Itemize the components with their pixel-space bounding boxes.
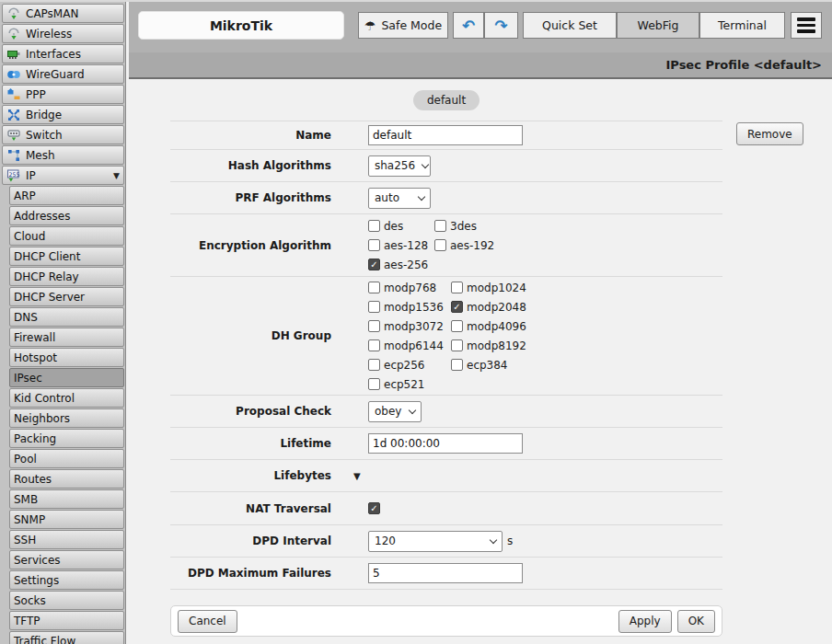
dh-group-option-modp8192[interactable]: modp8192 bbox=[451, 338, 526, 353]
checkbox[interactable] bbox=[434, 220, 446, 232]
sidebar-item-smb[interactable]: SMB bbox=[9, 489, 124, 509]
checkbox[interactable] bbox=[368, 359, 380, 371]
dh-group-option-modp1536[interactable]: modp1536 bbox=[368, 299, 451, 315]
hash-algorithms-select[interactable]: sha256 bbox=[368, 155, 431, 177]
prf-algorithms-select[interactable]: auto bbox=[368, 188, 431, 209]
menu-button[interactable] bbox=[791, 12, 822, 39]
checkbox[interactable] bbox=[368, 339, 380, 351]
sidebar-item-pool[interactable]: Pool bbox=[9, 449, 124, 468]
cancel-button[interactable]: Cancel bbox=[178, 610, 237, 633]
checkbox[interactable] bbox=[434, 239, 446, 251]
checkbox-label: modp4096 bbox=[467, 320, 526, 333]
sidebar-item-label: Services bbox=[14, 554, 61, 567]
checkbox[interactable] bbox=[368, 282, 380, 293]
sidebar-item-switch[interactable]: Switch bbox=[2, 125, 124, 144]
checkbox-label: modp1536 bbox=[384, 301, 444, 314]
sidebar-item-addresses[interactable]: Addresses bbox=[9, 206, 124, 225]
redo-button[interactable]: ↷ bbox=[484, 12, 518, 39]
dpd-interval-unit: s bbox=[507, 535, 513, 547]
chevron-down-icon bbox=[418, 192, 425, 200]
webfig-button[interactable]: WebFig bbox=[617, 12, 699, 39]
sidebar-item-hotspot[interactable]: Hotspot bbox=[9, 348, 124, 367]
sidebar-item-label: DHCP Server bbox=[14, 291, 85, 304]
ok-button[interactable]: OK bbox=[677, 610, 715, 633]
checkbox-label: modp6144 bbox=[384, 339, 444, 352]
sidebar-item-neighbors[interactable]: Neighbors bbox=[9, 408, 124, 428]
encryption-option-aes-192[interactable]: aes-192 bbox=[434, 237, 494, 253]
encryption-option-des[interactable]: des bbox=[368, 218, 434, 234]
lifebytes-label: Lifebytes bbox=[170, 469, 331, 482]
lifetime-input[interactable] bbox=[368, 433, 523, 454]
sidebar-item-wireguard[interactable]: WireGuard bbox=[2, 64, 124, 84]
sidebar-item-ip[interactable]: 255IP▼ bbox=[2, 166, 124, 185]
sidebar-item-settings[interactable]: Settings bbox=[9, 570, 124, 590]
sidebar-item-services[interactable]: Services bbox=[9, 550, 124, 569]
sidebar-item-tftp[interactable]: TFTP bbox=[9, 611, 124, 630]
sidebar-item-ppp[interactable]: PPP bbox=[2, 85, 124, 104]
checkbox[interactable] bbox=[451, 301, 463, 313]
name-input[interactable] bbox=[368, 125, 523, 145]
dh-group-option-modp1024[interactable]: modp1024 bbox=[451, 280, 526, 295]
sidebar-item-packing[interactable]: Packing bbox=[9, 429, 124, 448]
checkbox[interactable] bbox=[368, 239, 380, 251]
sidebar-item-mesh[interactable]: Mesh bbox=[2, 145, 124, 165]
sidebar-item-dns[interactable]: DNS bbox=[9, 307, 124, 327]
sidebar-item-capsman[interactable]: CAPsMAN bbox=[2, 4, 124, 23]
quick-set-button[interactable]: Quick Set bbox=[523, 12, 617, 39]
sidebar-item-wireless[interactable]: Wireless bbox=[2, 24, 124, 43]
sidebar-item-label: IP bbox=[26, 169, 36, 182]
mikrotik-brand-button[interactable]: MikroTik bbox=[138, 11, 344, 40]
sidebar-item-label: Switch bbox=[26, 129, 63, 142]
encryption-option-aes-128[interactable]: aes-128 bbox=[368, 237, 434, 253]
sidebar-item-socks[interactable]: Socks bbox=[9, 591, 124, 610]
sidebar-item-kid-control[interactable]: Kid Control bbox=[9, 388, 124, 408]
dh-group-option-ecp521[interactable]: ecp521 bbox=[368, 376, 451, 392]
checkbox[interactable] bbox=[368, 320, 380, 332]
checkbox-label: ecp256 bbox=[384, 359, 425, 372]
sidebar-item-snmp[interactable]: SNMP bbox=[9, 510, 124, 529]
encryption-option-3des[interactable]: 3des bbox=[434, 218, 494, 234]
checkbox[interactable] bbox=[451, 339, 463, 351]
sidebar-item-interfaces[interactable]: Interfaces bbox=[2, 44, 124, 63]
form-row-prf-algorithms: PRF Algorithms auto bbox=[170, 182, 722, 214]
dpd-interval-select[interactable]: 120 bbox=[368, 531, 503, 552]
checkbox[interactable] bbox=[368, 259, 380, 270]
proposal-check-select[interactable]: obey bbox=[368, 401, 422, 422]
terminal-button[interactable]: Terminal bbox=[699, 12, 785, 39]
undo-button[interactable]: ↶ bbox=[453, 12, 484, 39]
sidebar-item-routes[interactable]: Routes bbox=[9, 469, 124, 489]
nat-traversal-checkbox[interactable] bbox=[368, 502, 380, 514]
sidebar-item-arp[interactable]: ARP bbox=[9, 186, 124, 205]
dh-group-option-modp3072[interactable]: modp3072 bbox=[368, 318, 451, 334]
checkbox[interactable] bbox=[451, 320, 463, 332]
checkbox[interactable] bbox=[451, 282, 463, 293]
dpd-maximum-failures-label: DPD Maximum Failures bbox=[170, 567, 331, 580]
sidebar-item-label: Cloud bbox=[14, 230, 45, 243]
sidebar-item-ssh[interactable]: SSH bbox=[9, 530, 124, 549]
checkbox[interactable] bbox=[451, 359, 463, 371]
sidebar-item-ipsec[interactable]: IPsec bbox=[9, 368, 124, 387]
checkbox[interactable] bbox=[368, 220, 380, 232]
dh-group-option-modp2048[interactable]: modp2048 bbox=[451, 299, 526, 315]
checkbox[interactable] bbox=[368, 378, 380, 390]
lifebytes-expand-icon[interactable]: ▼ bbox=[353, 471, 361, 481]
encryption-option-aes-256[interactable]: aes-256 bbox=[368, 257, 434, 272]
sidebar-item-dhcp-server[interactable]: DHCP Server bbox=[9, 287, 124, 306]
apply-button[interactable]: Apply bbox=[618, 610, 672, 633]
dh-group-option-ecp256[interactable]: ecp256 bbox=[368, 357, 451, 373]
sidebar-item-traffic-flow[interactable]: Traffic Flow bbox=[9, 631, 124, 644]
sidebar-item-firewall[interactable]: Firewall bbox=[9, 328, 124, 347]
sidebar-item-bridge[interactable]: Bridge bbox=[2, 105, 124, 124]
dh-group-option-modp768[interactable]: modp768 bbox=[368, 280, 451, 295]
dh-group-option-ecp384[interactable]: ecp384 bbox=[451, 357, 526, 373]
sidebar-item-cloud[interactable]: Cloud bbox=[9, 226, 124, 246]
dh-group-option-modp6144[interactable]: modp6144 bbox=[368, 338, 451, 353]
safe-mode-button[interactable]: ☂ Safe Mode bbox=[358, 12, 448, 39]
dpd-maximum-failures-input[interactable] bbox=[368, 563, 523, 583]
checkbox[interactable] bbox=[368, 301, 380, 313]
dh-group-option-modp4096[interactable]: modp4096 bbox=[451, 318, 526, 334]
sidebar-item-dhcp-relay[interactable]: DHCP Relay bbox=[9, 267, 124, 286]
remove-button[interactable]: Remove bbox=[736, 122, 803, 145]
tab-default[interactable]: default bbox=[413, 90, 480, 110]
sidebar-item-dhcp-client[interactable]: DHCP Client bbox=[9, 247, 124, 266]
